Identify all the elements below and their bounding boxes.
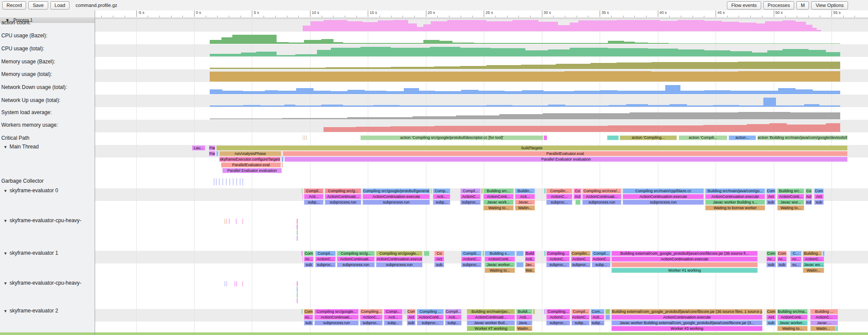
trace-event-block[interactable]: subp...: [433, 200, 450, 205]
trace-event-block[interactable]: ActionConti...: [777, 315, 808, 320]
trace-event-block[interactable]: [242, 219, 243, 224]
trace-event-block[interactable]: subp...: [592, 262, 611, 267]
trace-event-block[interactable]: ActionC...: [810, 315, 838, 320]
trace-event-block[interactable]: C...: [790, 251, 802, 256]
trace-event-block[interactable]: Building src/main/java/com/go...: [705, 188, 765, 194]
thread-group-label-skyframe-evaluator-2[interactable]: ▼skyframe-evaluator 2: [0, 308, 93, 314]
trace-event-block[interactable]: [226, 178, 227, 185]
trace-event-block[interactable]: subproc...: [546, 262, 570, 267]
trace-event-block[interactable]: [216, 178, 217, 185]
trace-event-block[interactable]: Act: [574, 194, 581, 199]
trace-event-block[interactable]: [482, 251, 484, 256]
record-button[interactable]: Record: [2, 1, 26, 10]
trace-event-block[interactable]: ParallelEvaluator.eval: [283, 151, 848, 156]
collapse-arrow-icon[interactable]: ▼: [3, 189, 7, 193]
trace-event-block[interactable]: ActionC...: [461, 256, 482, 262]
trace-event-block[interactable]: [405, 309, 406, 314]
trace-event-block[interactable]: subp...: [591, 320, 604, 325]
trace-event-block[interactable]: [544, 251, 546, 256]
trace-event-block[interactable]: Build...: [525, 251, 535, 256]
trace-event-block[interactable]: ActionC...: [571, 256, 591, 262]
trace-event-block[interactable]: Acti...: [591, 315, 604, 320]
collapse-arrow-icon[interactable]: ▼: [3, 145, 7, 149]
trace-event-block[interactable]: subprocess.run: [582, 200, 621, 205]
trace-event-block[interactable]: Compiling src/g...: [325, 188, 361, 194]
trace-event-block[interactable]: ActionContinuati...: [325, 194, 361, 199]
load-button[interactable]: Load: [50, 1, 69, 10]
trace-event-block[interactable]: sub: [766, 320, 776, 325]
trace-event-block[interactable]: subproc...: [315, 262, 336, 267]
trace-event-block[interactable]: Javac ...: [810, 320, 838, 325]
trace-event-block[interactable]: Compiling...: [546, 309, 570, 314]
trace-event-block[interactable]: action 'Compiling src/google/protobuf/de…: [360, 135, 543, 140]
trace-event-block[interactable]: ActionContinuation.execute: [705, 194, 765, 199]
trace-event-block[interactable]: sub: [304, 320, 313, 325]
trace-event-block[interactable]: Compiling ...: [546, 251, 570, 256]
trace-event-block[interactable]: Compiling src/core/...: [582, 188, 621, 194]
trace-event-block[interactable]: ActionConti...: [485, 256, 515, 262]
trace-event-block[interactable]: Compil...: [304, 188, 323, 194]
trace-event-block[interactable]: subprocess.run: [314, 320, 359, 325]
trace-event-block[interactable]: Act: [805, 194, 812, 199]
trace-event-block[interactable]: Acti...: [433, 194, 450, 199]
trace-event-block[interactable]: [533, 309, 535, 314]
trace-event-block[interactable]: Compil...: [571, 309, 590, 314]
trace-event-block[interactable]: [301, 188, 303, 194]
trace-event-block[interactable]: action 'Compili...: [679, 135, 727, 140]
trace-event-block[interactable]: buildTargets: [216, 145, 848, 151]
trace-event-block[interactable]: [605, 315, 610, 320]
trace-event-block[interactable]: Waitin...: [810, 326, 836, 331]
trace-event-block[interactable]: Com: [766, 188, 776, 194]
trace-event-block[interactable]: Compiling src/google...: [314, 309, 359, 314]
trace-event-block[interactable]: Parallel Evaluator evaluation: [222, 168, 282, 173]
trace-event-block[interactable]: subproc...: [417, 320, 444, 325]
trace-event-block[interactable]: [281, 157, 284, 162]
trace-event-block[interactable]: [605, 309, 610, 314]
trace-event-block[interactable]: ActionContinuati...: [314, 315, 359, 320]
trace-event-block[interactable]: ActionC...: [571, 315, 590, 320]
trace-event-block[interactable]: ActionC...: [460, 194, 481, 199]
trace-event-block[interactable]: Waiting to...: [485, 268, 515, 273]
trace-event-block[interactable]: Building src...: [483, 188, 514, 194]
trace-event-block[interactable]: [226, 281, 227, 286]
trace-event-block[interactable]: Javac worker Building external/com_googl…: [611, 320, 762, 325]
trace-event-block[interactable]: Ac...: [304, 315, 313, 320]
trace-event-block[interactable]: Ac...: [790, 256, 802, 262]
trace-event-block[interactable]: Co: [805, 188, 812, 194]
trace-event-block[interactable]: [403, 309, 405, 314]
trace-event-block[interactable]: Compi...: [384, 309, 403, 314]
trace-event-block[interactable]: [303, 135, 304, 140]
trace-event-block[interactable]: Waitin...: [803, 268, 824, 273]
trace-event-block[interactable]: Waiting to...: [483, 205, 514, 210]
trace-event-block[interactable]: subproc...: [460, 200, 481, 205]
trace-event-block[interactable]: Javac worker Building s...: [705, 200, 765, 205]
trace-event-block[interactable]: subproc...: [360, 320, 383, 325]
trace-event-block[interactable]: ActionC...: [546, 315, 570, 320]
trace-event-block[interactable]: sub: [407, 320, 416, 325]
trace-event-block[interactable]: subprocess.run: [325, 200, 361, 205]
trace-event-block[interactable]: [516, 251, 524, 256]
processes-button[interactable]: Processes: [763, 1, 794, 10]
trace-event-block[interactable]: Compiling src/google...: [376, 251, 422, 256]
trace-event-block[interactable]: Compiling src/google/protobuf/generat...: [363, 188, 430, 194]
thread-group-label-skyframe-evaluator-cpu-heavy[interactable]: ▼skyframe-evaluator-cpu-heavy-: [0, 217, 93, 223]
trace-event-block[interactable]: runAnalysisPhase: [219, 151, 281, 156]
trace-event-block[interactable]: [233, 178, 234, 185]
trace-event-block[interactable]: [297, 236, 298, 241]
timeline-ruler[interactable]: -5 s0 s5 s10 s15 s20 s25 s30 s35 s40 s45…: [95, 10, 868, 18]
trace-event-block[interactable]: Co: [434, 251, 444, 256]
trace-event-block[interactable]: ActionConti...: [483, 194, 514, 199]
trace-event-block[interactable]: ActionConti...: [417, 315, 444, 320]
trace-event-block[interactable]: ActionContinuation.execute: [623, 194, 704, 199]
trace-event-block[interactable]: Compil...: [592, 251, 611, 256]
trace-event-block[interactable]: Javac worker...: [777, 320, 808, 325]
trace-event-block[interactable]: Building external/com_google_protobuf/ja…: [611, 309, 762, 314]
trace-event-block[interactable]: [222, 178, 223, 185]
trace-event-block[interactable]: ActionC...: [546, 194, 572, 199]
trace-event-block[interactable]: [236, 281, 237, 286]
trace-event-block[interactable]: [236, 219, 237, 224]
trace-event-block[interactable]: [234, 281, 235, 286]
trace-event-block[interactable]: ActionContinuation.execute: [611, 315, 762, 320]
trace-event-block[interactable]: [224, 281, 225, 286]
trace-event-block[interactable]: Compiling ...: [417, 309, 444, 314]
